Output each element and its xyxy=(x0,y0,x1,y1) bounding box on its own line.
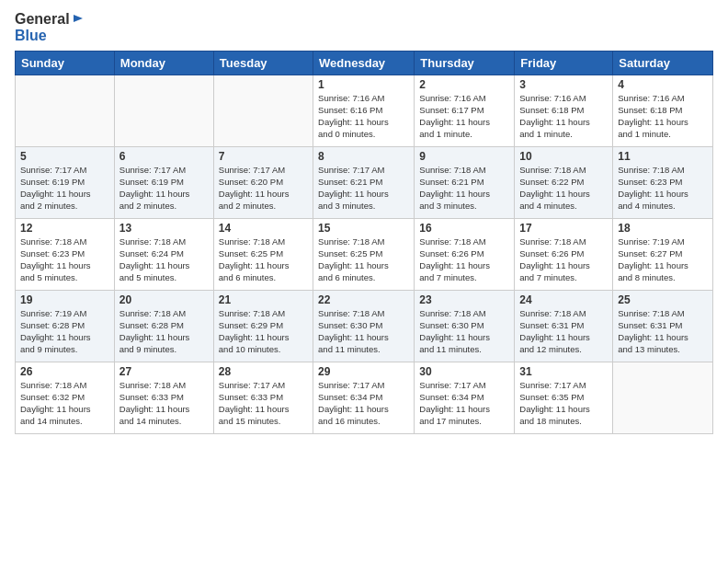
calendar-cell: 15Sunrise: 7:18 AMSunset: 6:25 PMDayligh… xyxy=(313,219,415,291)
calendar-cell: 8Sunrise: 7:17 AMSunset: 6:21 PMDaylight… xyxy=(313,147,415,219)
day-number: 10 xyxy=(519,150,608,163)
calendar-cell: 2Sunrise: 7:16 AMSunset: 6:17 PMDaylight… xyxy=(415,75,515,147)
day-info: Sunrise: 7:16 AMSunset: 6:18 PMDaylight:… xyxy=(618,93,708,140)
calendar-cell: 11Sunrise: 7:18 AMSunset: 6:23 PMDayligh… xyxy=(613,147,713,219)
day-info: Sunrise: 7:18 AMSunset: 6:22 PMDaylight:… xyxy=(519,165,608,212)
day-header-friday: Friday xyxy=(515,52,613,75)
day-number: 18 xyxy=(618,222,708,235)
day-info: Sunrise: 7:18 AMSunset: 6:30 PMDaylight:… xyxy=(419,308,509,355)
day-info: Sunrise: 7:18 AMSunset: 6:21 PMDaylight:… xyxy=(419,165,509,212)
day-header-saturday: Saturday xyxy=(613,52,713,75)
day-number: 22 xyxy=(318,293,409,306)
calendar-cell: 14Sunrise: 7:18 AMSunset: 6:25 PMDayligh… xyxy=(213,219,313,291)
calendar-week-row: 5Sunrise: 7:17 AMSunset: 6:19 PMDaylight… xyxy=(16,147,713,219)
day-number: 20 xyxy=(119,293,209,306)
day-number: 14 xyxy=(219,222,308,235)
calendar-week-row: 19Sunrise: 7:19 AMSunset: 6:28 PMDayligh… xyxy=(16,291,713,362)
calendar-week-row: 1Sunrise: 7:16 AMSunset: 6:16 PMDaylight… xyxy=(16,75,713,147)
day-info: Sunrise: 7:16 AMSunset: 6:17 PMDaylight:… xyxy=(419,93,509,140)
day-number: 25 xyxy=(618,293,708,306)
day-number: 5 xyxy=(20,150,109,163)
calendar-cell xyxy=(213,75,313,147)
day-number: 13 xyxy=(119,222,209,235)
day-header-sunday: Sunday xyxy=(16,52,115,75)
calendar-cell: 1Sunrise: 7:16 AMSunset: 6:16 PMDaylight… xyxy=(313,75,415,147)
day-info: Sunrise: 7:18 AMSunset: 6:29 PMDaylight:… xyxy=(219,308,308,355)
day-number: 30 xyxy=(419,365,509,378)
page-header: General Blue xyxy=(15,11,713,43)
calendar-cell xyxy=(613,362,713,434)
logo-blue: Blue xyxy=(15,28,85,44)
day-info: Sunrise: 7:19 AMSunset: 6:28 PMDaylight:… xyxy=(20,308,109,355)
day-number: 7 xyxy=(219,150,308,163)
calendar-cell: 22Sunrise: 7:18 AMSunset: 6:30 PMDayligh… xyxy=(313,291,415,362)
calendar-cell xyxy=(16,75,115,147)
calendar-cell: 26Sunrise: 7:18 AMSunset: 6:32 PMDayligh… xyxy=(16,362,115,434)
day-info: Sunrise: 7:18 AMSunset: 6:24 PMDaylight:… xyxy=(119,236,209,283)
calendar-cell: 30Sunrise: 7:17 AMSunset: 6:34 PMDayligh… xyxy=(415,362,515,434)
day-info: Sunrise: 7:17 AMSunset: 6:21 PMDaylight:… xyxy=(318,165,409,212)
calendar-cell: 13Sunrise: 7:18 AMSunset: 6:24 PMDayligh… xyxy=(114,219,213,291)
day-number: 27 xyxy=(119,365,209,378)
calendar-cell: 19Sunrise: 7:19 AMSunset: 6:28 PMDayligh… xyxy=(16,291,115,362)
calendar-cell xyxy=(114,75,213,147)
day-info: Sunrise: 7:18 AMSunset: 6:26 PMDaylight:… xyxy=(519,236,608,283)
day-number: 15 xyxy=(318,222,409,235)
calendar-cell: 10Sunrise: 7:18 AMSunset: 6:22 PMDayligh… xyxy=(515,147,613,219)
logo-svg: General Blue xyxy=(15,11,85,43)
day-info: Sunrise: 7:18 AMSunset: 6:31 PMDaylight:… xyxy=(519,308,608,355)
calendar-cell: 4Sunrise: 7:16 AMSunset: 6:18 PMDaylight… xyxy=(613,75,713,147)
day-header-wednesday: Wednesday xyxy=(313,52,415,75)
day-info: Sunrise: 7:18 AMSunset: 6:26 PMDaylight:… xyxy=(419,236,509,283)
calendar-cell: 12Sunrise: 7:18 AMSunset: 6:23 PMDayligh… xyxy=(16,219,115,291)
day-info: Sunrise: 7:17 AMSunset: 6:35 PMDaylight:… xyxy=(519,380,608,427)
day-info: Sunrise: 7:16 AMSunset: 6:16 PMDaylight:… xyxy=(318,93,409,140)
day-number: 2 xyxy=(419,78,509,91)
day-info: Sunrise: 7:18 AMSunset: 6:23 PMDaylight:… xyxy=(618,165,708,212)
day-info: Sunrise: 7:17 AMSunset: 6:34 PMDaylight:… xyxy=(419,380,509,427)
day-number: 31 xyxy=(519,365,608,378)
day-info: Sunrise: 7:18 AMSunset: 6:28 PMDaylight:… xyxy=(119,308,209,355)
day-info: Sunrise: 7:18 AMSunset: 6:30 PMDaylight:… xyxy=(318,308,409,355)
calendar-cell: 31Sunrise: 7:17 AMSunset: 6:35 PMDayligh… xyxy=(515,362,613,434)
day-header-thursday: Thursday xyxy=(415,52,515,75)
day-number: 29 xyxy=(318,365,409,378)
day-number: 6 xyxy=(119,150,209,163)
day-info: Sunrise: 7:16 AMSunset: 6:18 PMDaylight:… xyxy=(519,93,608,140)
calendar-cell: 20Sunrise: 7:18 AMSunset: 6:28 PMDayligh… xyxy=(114,291,213,362)
calendar-cell: 18Sunrise: 7:19 AMSunset: 6:27 PMDayligh… xyxy=(613,219,713,291)
logo-flag-icon xyxy=(72,13,85,26)
day-info: Sunrise: 7:18 AMSunset: 6:32 PMDaylight:… xyxy=(20,380,109,427)
calendar-cell: 5Sunrise: 7:17 AMSunset: 6:19 PMDaylight… xyxy=(16,147,115,219)
calendar-cell: 9Sunrise: 7:18 AMSunset: 6:21 PMDaylight… xyxy=(415,147,515,219)
day-number: 4 xyxy=(618,78,708,91)
day-info: Sunrise: 7:18 AMSunset: 6:31 PMDaylight:… xyxy=(618,308,708,355)
day-number: 12 xyxy=(20,222,109,235)
day-info: Sunrise: 7:17 AMSunset: 6:20 PMDaylight:… xyxy=(219,165,308,212)
calendar-cell: 7Sunrise: 7:17 AMSunset: 6:20 PMDaylight… xyxy=(213,147,313,219)
day-number: 24 xyxy=(519,293,608,306)
calendar-body: 1Sunrise: 7:16 AMSunset: 6:16 PMDaylight… xyxy=(16,75,713,434)
calendar-cell: 3Sunrise: 7:16 AMSunset: 6:18 PMDaylight… xyxy=(515,75,613,147)
day-number: 1 xyxy=(318,78,409,91)
calendar-cell: 6Sunrise: 7:17 AMSunset: 6:19 PMDaylight… xyxy=(114,147,213,219)
calendar-cell: 17Sunrise: 7:18 AMSunset: 6:26 PMDayligh… xyxy=(515,219,613,291)
day-number: 16 xyxy=(419,222,509,235)
calendar-cell: 24Sunrise: 7:18 AMSunset: 6:31 PMDayligh… xyxy=(515,291,613,362)
calendar-week-row: 26Sunrise: 7:18 AMSunset: 6:32 PMDayligh… xyxy=(16,362,713,434)
logo-general: General xyxy=(15,11,70,28)
calendar-header-row: SundayMondayTuesdayWednesdayThursdayFrid… xyxy=(16,52,713,75)
calendar-cell: 21Sunrise: 7:18 AMSunset: 6:29 PMDayligh… xyxy=(213,291,313,362)
calendar-week-row: 12Sunrise: 7:18 AMSunset: 6:23 PMDayligh… xyxy=(16,219,713,291)
calendar-cell: 29Sunrise: 7:17 AMSunset: 6:34 PMDayligh… xyxy=(313,362,415,434)
day-number: 9 xyxy=(419,150,509,163)
calendar-cell: 27Sunrise: 7:18 AMSunset: 6:33 PMDayligh… xyxy=(114,362,213,434)
day-number: 21 xyxy=(219,293,308,306)
day-info: Sunrise: 7:17 AMSunset: 6:19 PMDaylight:… xyxy=(20,165,109,212)
day-number: 11 xyxy=(618,150,708,163)
day-number: 28 xyxy=(219,365,308,378)
day-info: Sunrise: 7:17 AMSunset: 6:34 PMDaylight:… xyxy=(318,380,409,427)
day-info: Sunrise: 7:18 AMSunset: 6:25 PMDaylight:… xyxy=(318,236,409,283)
day-info: Sunrise: 7:18 AMSunset: 6:23 PMDaylight:… xyxy=(20,236,109,283)
day-number: 3 xyxy=(519,78,608,91)
